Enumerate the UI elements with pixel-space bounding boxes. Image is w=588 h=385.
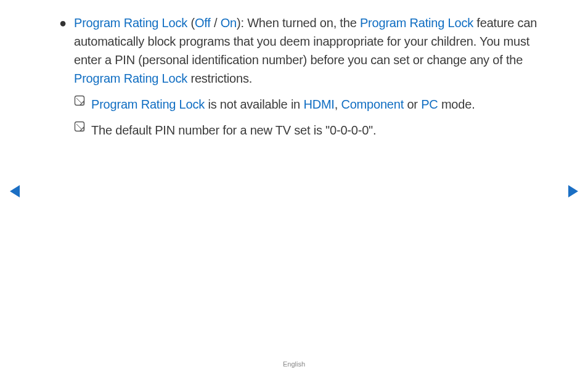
footer-language: English	[0, 360, 588, 368]
svg-line-3	[76, 124, 81, 129]
note-term: Program Rating Lock	[91, 97, 205, 111]
note-2: The default PIN number for a new TV set …	[74, 121, 549, 139]
slash: /	[211, 16, 221, 30]
next-page-button[interactable]	[568, 185, 578, 197]
chevron-right-icon	[568, 185, 578, 197]
svg-line-1	[76, 98, 81, 103]
bullet-marker: ●	[55, 14, 74, 32]
note-2-text: The default PIN number for a new TV set …	[91, 121, 376, 139]
note-1-text: Program Rating Lock is not available in …	[91, 95, 475, 114]
note-icon	[74, 95, 85, 109]
feature-name-3: Program Rating Lock	[74, 72, 187, 85]
prev-page-button[interactable]	[10, 185, 20, 197]
bullet-item: ● Program Rating Lock (Off / On): When t…	[55, 14, 549, 88]
option-off: Off	[195, 16, 211, 30]
desc-3: restrictions.	[187, 72, 252, 85]
hdmi: HDMI	[303, 97, 334, 111]
pc: PC	[421, 97, 438, 111]
feature-name: Program Rating Lock	[74, 16, 187, 30]
item-text: Program Rating Lock (Off / On): When tur…	[74, 14, 549, 88]
chevron-left-icon	[10, 185, 20, 197]
option-on: On	[221, 16, 237, 30]
content-area: ● Program Rating Lock (Off / On): When t…	[55, 14, 549, 139]
feature-name-2: Program Rating Lock	[360, 16, 473, 30]
or: or	[404, 97, 421, 111]
desc-1: ): When turned on, the	[237, 16, 360, 30]
note-tail: mode.	[438, 97, 475, 111]
note-1: Program Rating Lock is not available in …	[74, 95, 549, 114]
component: Component	[341, 97, 404, 111]
note-mid: is not available in	[205, 97, 303, 111]
open-paren: (	[187, 16, 195, 30]
note-icon	[74, 121, 85, 135]
comma: ,	[335, 97, 341, 111]
